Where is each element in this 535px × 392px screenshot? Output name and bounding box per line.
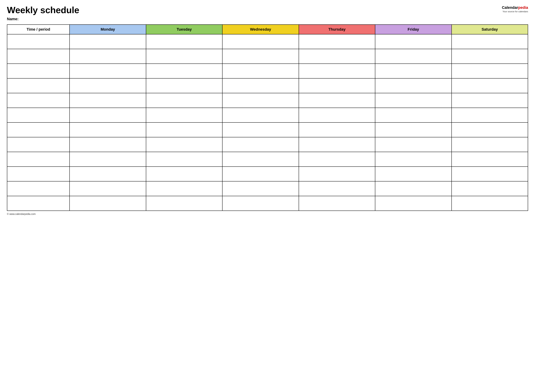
col-header-thursday: Thursday: [299, 25, 375, 34]
schedule-cell[interactable]: [299, 64, 375, 78]
schedule-cell[interactable]: [222, 34, 299, 49]
logo-pedia: pedia: [518, 5, 528, 10]
schedule-cell[interactable]: [375, 122, 451, 137]
schedule-cell[interactable]: [222, 196, 299, 211]
logo-text: Calendarpedia: [502, 5, 528, 10]
schedule-cell[interactable]: [146, 137, 222, 152]
time-cell[interactable]: [7, 93, 70, 108]
schedule-cell[interactable]: [222, 167, 299, 181]
time-cell[interactable]: [7, 196, 70, 211]
schedule-cell[interactable]: [70, 64, 146, 78]
schedule-cell[interactable]: [146, 196, 222, 211]
schedule-cell[interactable]: [452, 78, 528, 93]
footer: © www.calendarpedia.com: [7, 213, 528, 215]
schedule-cell[interactable]: [375, 108, 451, 122]
schedule-cell[interactable]: [146, 108, 222, 122]
time-cell[interactable]: [7, 108, 70, 122]
schedule-cell[interactable]: [452, 196, 528, 211]
schedule-cell[interactable]: [222, 122, 299, 137]
time-cell[interactable]: [7, 152, 70, 167]
schedule-cell[interactable]: [299, 108, 375, 122]
schedule-cell[interactable]: [70, 167, 146, 181]
time-cell[interactable]: [7, 78, 70, 93]
schedule-cell[interactable]: [299, 181, 375, 196]
schedule-cell[interactable]: [452, 181, 528, 196]
schedule-cell[interactable]: [375, 78, 451, 93]
schedule-cell[interactable]: [375, 34, 451, 49]
time-cell[interactable]: [7, 49, 70, 64]
col-header-tuesday: Tuesday: [146, 25, 222, 34]
schedule-cell[interactable]: [375, 64, 451, 78]
col-header-friday: Friday: [375, 25, 451, 34]
schedule-cell[interactable]: [70, 152, 146, 167]
time-cell[interactable]: [7, 64, 70, 78]
schedule-cell[interactable]: [375, 181, 451, 196]
schedule-cell[interactable]: [70, 93, 146, 108]
schedule-cell[interactable]: [452, 93, 528, 108]
page-header: Weekly schedule Calendarpedia Your sourc…: [7, 5, 528, 15]
table-body: [7, 34, 528, 211]
schedule-cell[interactable]: [146, 93, 222, 108]
schedule-cell[interactable]: [70, 34, 146, 49]
schedule-cell[interactable]: [146, 181, 222, 196]
schedule-cell[interactable]: [375, 93, 451, 108]
schedule-cell[interactable]: [299, 196, 375, 211]
schedule-cell[interactable]: [375, 167, 451, 181]
schedule-cell[interactable]: [375, 196, 451, 211]
schedule-cell[interactable]: [70, 78, 146, 93]
schedule-cell[interactable]: [299, 49, 375, 64]
schedule-cell[interactable]: [299, 78, 375, 93]
header-row: Time / period Monday Tuesday Wednesday T…: [7, 25, 528, 34]
schedule-cell[interactable]: [222, 108, 299, 122]
schedule-cell[interactable]: [146, 122, 222, 137]
schedule-cell[interactable]: [452, 137, 528, 152]
schedule-cell[interactable]: [146, 152, 222, 167]
schedule-cell[interactable]: [375, 49, 451, 64]
time-cell[interactable]: [7, 34, 70, 49]
schedule-cell[interactable]: [70, 49, 146, 64]
schedule-cell[interactable]: [222, 181, 299, 196]
schedule-cell[interactable]: [70, 108, 146, 122]
schedule-cell[interactable]: [299, 34, 375, 49]
schedule-cell[interactable]: [70, 196, 146, 211]
col-header-time: Time / period: [7, 25, 70, 34]
schedule-cell[interactable]: [70, 137, 146, 152]
schedule-cell[interactable]: [146, 167, 222, 181]
schedule-cell[interactable]: [299, 122, 375, 137]
schedule-cell[interactable]: [299, 93, 375, 108]
schedule-cell[interactable]: [146, 49, 222, 64]
schedule-cell[interactable]: [70, 122, 146, 137]
schedule-cell[interactable]: [375, 137, 451, 152]
schedule-cell[interactable]: [452, 108, 528, 122]
schedule-cell[interactable]: [299, 152, 375, 167]
title-section: Weekly schedule: [7, 5, 79, 15]
table-row: [7, 49, 528, 64]
schedule-cell[interactable]: [222, 64, 299, 78]
schedule-cell[interactable]: [222, 93, 299, 108]
schedule-cell[interactable]: [146, 78, 222, 93]
schedule-cell[interactable]: [452, 122, 528, 137]
table-row: [7, 108, 528, 122]
time-cell[interactable]: [7, 137, 70, 152]
schedule-cell[interactable]: [299, 167, 375, 181]
schedule-cell[interactable]: [222, 152, 299, 167]
table-row: [7, 122, 528, 137]
schedule-cell[interactable]: [375, 152, 451, 167]
schedule-cell[interactable]: [222, 49, 299, 64]
time-cell[interactable]: [7, 181, 70, 196]
time-cell[interactable]: [7, 122, 70, 137]
schedule-cell[interactable]: [452, 49, 528, 64]
schedule-cell[interactable]: [146, 34, 222, 49]
schedule-cell[interactable]: [452, 152, 528, 167]
schedule-cell[interactable]: [452, 64, 528, 78]
schedule-cell[interactable]: [452, 167, 528, 181]
schedule-cell[interactable]: [222, 78, 299, 93]
schedule-cell[interactable]: [146, 64, 222, 78]
table-header: Time / period Monday Tuesday Wednesday T…: [7, 25, 528, 34]
schedule-cell[interactable]: [299, 137, 375, 152]
table-row: [7, 93, 528, 108]
time-cell[interactable]: [7, 167, 70, 181]
schedule-cell[interactable]: [452, 34, 528, 49]
schedule-cell[interactable]: [70, 181, 146, 196]
schedule-cell[interactable]: [222, 137, 299, 152]
